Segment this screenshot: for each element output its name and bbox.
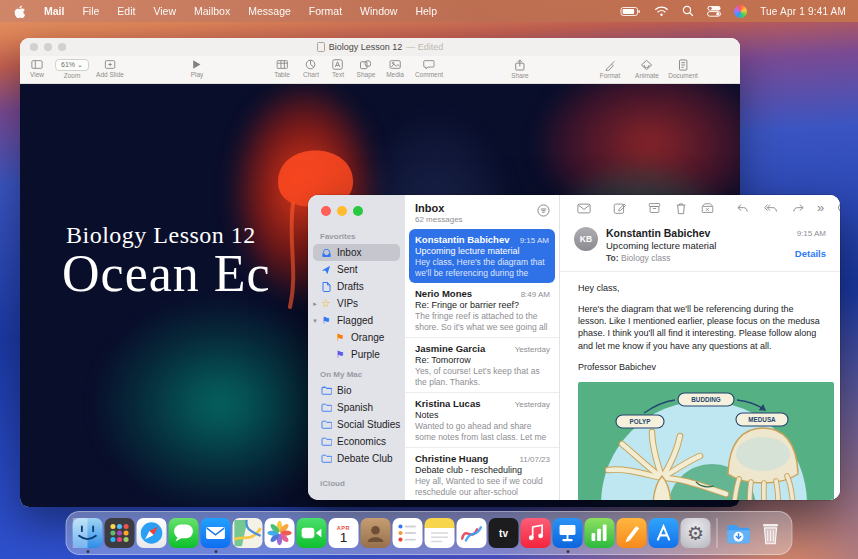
archive-icon[interactable]	[648, 202, 661, 214]
email-preview: The fringe reef is attached to the shore…	[415, 311, 550, 333]
email-row[interactable]: Kristina LucasYesterday Notes Wanted to …	[405, 393, 559, 448]
menu-edit[interactable]: Edit	[108, 5, 144, 17]
chevron-right-icon[interactable]: ▸	[311, 300, 319, 308]
sidebar-item-sent[interactable]: Sent	[308, 261, 405, 278]
user-switcher-icon[interactable]	[734, 5, 747, 18]
dock-notes-icon[interactable]	[425, 518, 455, 548]
dock-calendar-icon[interactable]: APR 1	[329, 518, 359, 548]
menu-window[interactable]: Window	[351, 5, 406, 17]
chevron-down-icon[interactable]: ▾	[311, 317, 319, 325]
add-slide-button[interactable]: Add Slide	[96, 59, 124, 78]
close-button[interactable]	[30, 43, 38, 51]
dock-messages-icon[interactable]	[169, 518, 199, 548]
sidebar-item-vips[interactable]: ▸ ☆ VIPs	[308, 295, 405, 312]
sidebar-folder-debate-club[interactable]: Debate Club	[308, 450, 405, 467]
mail-window-controls[interactable]	[321, 206, 363, 216]
sidebar-folder-social-studies[interactable]: Social Studies	[308, 416, 405, 433]
dock-settings-icon[interactable]: ⚙	[681, 518, 711, 548]
menu-help[interactable]: Help	[406, 5, 446, 17]
compose-icon[interactable]	[613, 202, 626, 215]
dock-safari-icon[interactable]	[137, 518, 167, 548]
control-center-icon[interactable]	[707, 5, 721, 17]
email-row[interactable]: Christine Huang11/07/23 Debate club - re…	[405, 448, 559, 500]
filter-icon[interactable]	[537, 204, 550, 217]
text-button[interactable]: Text	[332, 59, 344, 78]
dock-facetime-icon[interactable]	[297, 518, 327, 548]
view-button[interactable]: View	[30, 59, 44, 78]
forward-icon[interactable]	[792, 203, 805, 214]
email-row[interactable]: Nerio Mones8:49 AM Re: Fringe or barrier…	[405, 283, 559, 338]
battery-icon[interactable]	[620, 5, 641, 18]
dock-appletv-icon[interactable]: tv	[489, 518, 519, 548]
dock-pages-icon[interactable]	[617, 518, 647, 548]
dock-photos-icon[interactable]	[265, 518, 295, 548]
zoom-control[interactable]: 61% ⌄ Zoom	[55, 59, 89, 79]
sidebar-item-flagged[interactable]: ▾ ⚑ Flagged	[308, 312, 405, 329]
dock-appstore-icon[interactable]	[649, 518, 679, 548]
jellyfish-lifecycle-diagram[interactable]: POLYP BUDDING MEDUSA	[578, 382, 834, 500]
spotlight-search-icon[interactable]	[682, 5, 694, 17]
menu-view[interactable]: View	[144, 5, 185, 17]
more-actions-icon[interactable]: »	[817, 203, 823, 213]
sidebar-item-flag-purple[interactable]: ⚑ Purple	[308, 346, 405, 363]
email-row[interactable]: Jasmine GarciaYesterday Re: Tomorrow Yes…	[405, 338, 559, 393]
search-icon[interactable]	[837, 202, 840, 215]
close-button[interactable]	[321, 206, 331, 216]
sidebar-item-inbox[interactable]: Inbox	[313, 244, 400, 261]
reply-icon[interactable]	[736, 203, 749, 214]
details-link[interactable]: Details	[795, 248, 826, 259]
dock-trash-icon[interactable]	[756, 518, 786, 548]
media-button[interactable]: Media	[386, 59, 404, 78]
reply-all-icon[interactable]	[763, 203, 778, 214]
dock-separator	[717, 518, 718, 548]
dock-contacts-icon[interactable]	[361, 518, 391, 548]
document-button[interactable]: Document	[668, 59, 698, 79]
menu-message[interactable]: Message	[239, 5, 300, 17]
table-button[interactable]: Table	[274, 59, 290, 78]
mail-window[interactable]: Favorites Inbox Sent Drafts ▸ ☆ VIPs ▾ ⚑	[308, 195, 840, 500]
chart-button[interactable]: Chart	[303, 59, 319, 78]
play-button[interactable]: Play	[191, 59, 204, 78]
email-subject: Re: Tomorrow	[415, 355, 550, 365]
animate-button[interactable]: Animate	[635, 59, 659, 79]
email-row-selected[interactable]: Konstantin Babichev9:15 AM Upcoming lect…	[409, 229, 555, 283]
sidebar-item-label: Inbox	[337, 247, 361, 258]
shape-button[interactable]: Shape	[357, 59, 376, 78]
dock-reminders-icon[interactable]	[393, 518, 423, 548]
menu-file[interactable]: File	[73, 5, 108, 17]
keynote-toolbar: View 61% ⌄ Zoom Add Slide Play Table Cha…	[20, 56, 740, 84]
sidebar-folder-economics[interactable]: Economics	[308, 433, 405, 450]
dock-mail-icon[interactable]	[201, 518, 231, 548]
dock-music-icon[interactable]	[521, 518, 551, 548]
apple-menu-icon[interactable]	[0, 5, 35, 18]
unread-icon[interactable]	[577, 203, 591, 214]
dock-launchpad-icon[interactable]	[105, 518, 135, 548]
keynote-window-controls[interactable]	[30, 43, 66, 51]
menu-format[interactable]: Format	[300, 5, 351, 17]
dock-freeform-icon[interactable]	[457, 518, 487, 548]
dock-numbers-icon[interactable]	[585, 518, 615, 548]
dock-keynote-icon[interactable]	[553, 518, 583, 548]
comment-button[interactable]: Comment	[415, 59, 443, 78]
trash-icon[interactable]	[675, 202, 687, 215]
zoom-button[interactable]	[353, 206, 363, 216]
email-subject: Upcoming lecture material	[415, 246, 549, 256]
sidebar-item-drafts[interactable]: Drafts	[308, 278, 405, 295]
dock-downloads-icon[interactable]	[724, 518, 754, 548]
format-button[interactable]: Format	[600, 59, 621, 79]
dock-finder-icon[interactable]	[73, 518, 103, 548]
minimize-button[interactable]	[44, 43, 52, 51]
zoom-button[interactable]	[58, 43, 66, 51]
dock-maps-icon[interactable]	[233, 518, 263, 548]
wifi-icon[interactable]	[654, 5, 669, 17]
junk-icon[interactable]	[701, 202, 714, 214]
sidebar-folder-spanish[interactable]: Spanish	[308, 399, 405, 416]
menu-mail[interactable]: Mail	[35, 5, 73, 17]
share-button[interactable]: Share	[511, 59, 528, 79]
sidebar-folder-bio[interactable]: Bio	[308, 382, 405, 399]
minimize-button[interactable]	[337, 206, 347, 216]
menu-mailbox[interactable]: Mailbox	[185, 5, 239, 17]
menu-bar-clock[interactable]: Tue Apr 1 9:41 AM	[760, 6, 846, 17]
email-subject: Notes	[415, 410, 550, 420]
sidebar-item-flag-orange[interactable]: ⚑ Orange	[308, 329, 405, 346]
